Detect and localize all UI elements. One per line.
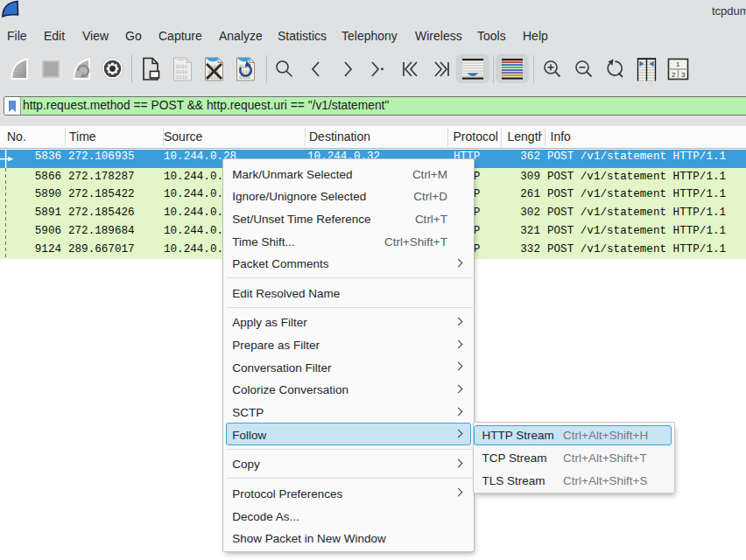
svg-text:0111: 0111 bbox=[176, 75, 187, 80]
svg-text:2: 2 bbox=[672, 71, 676, 79]
svg-text:1: 1 bbox=[676, 60, 680, 68]
svg-text:3: 3 bbox=[681, 71, 686, 79]
